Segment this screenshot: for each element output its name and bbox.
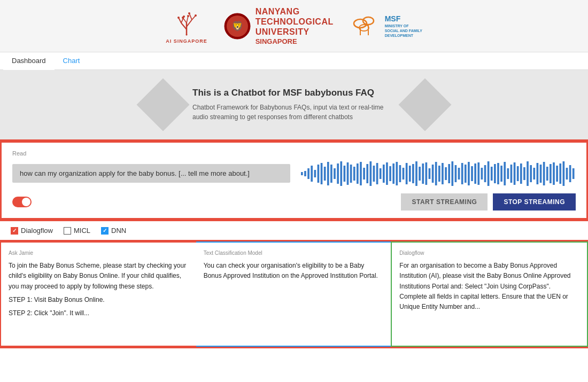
checkbox-dialogflow[interactable]: ✓ Dialogflow: [11, 227, 53, 235]
svg-rect-39: [350, 165, 352, 183]
ntu-line4: SINGAPORE: [256, 37, 334, 46]
svg-rect-84: [497, 163, 499, 184]
svg-rect-99: [546, 167, 548, 181]
logo-ntu: 🦁 NANYANG TECHNOLOGICAL UNIVERSITY SINGA…: [223, 6, 334, 45]
svg-rect-48: [380, 168, 382, 179]
svg-point-15: [187, 15, 189, 17]
svg-rect-28: [314, 170, 316, 177]
checkbox-micl[interactable]: MICL: [64, 227, 90, 235]
card-text-classification: Text Classification Model You can check …: [196, 241, 391, 347]
svg-rect-69: [448, 164, 450, 183]
svg-rect-80: [484, 165, 486, 182]
svg-rect-30: [321, 163, 323, 184]
start-streaming-button[interactable]: START STREAMING: [401, 193, 488, 211]
svg-rect-75: [468, 162, 470, 185]
svg-rect-86: [504, 162, 506, 185]
msf-icon: [350, 13, 382, 40]
svg-rect-60: [419, 167, 421, 181]
dialogflow-label: Dialogflow: [21, 227, 53, 235]
svg-rect-27: [311, 166, 313, 182]
svg-rect-92: [523, 167, 525, 180]
svg-text:🦁: 🦁: [231, 20, 244, 32]
svg-rect-67: [442, 163, 444, 184]
msf-text: MSF MINISTRY OFSOCIAL AND FAMILYDEVELOPM…: [385, 14, 422, 38]
svg-rect-105: [566, 168, 568, 180]
micl-checkbox[interactable]: [64, 227, 71, 235]
svg-rect-44: [366, 164, 368, 183]
logo-msf: MSF MINISTRY OFSOCIAL AND FAMILYDEVELOPM…: [350, 13, 422, 40]
svg-rect-58: [412, 164, 414, 183]
svg-rect-54: [399, 165, 401, 182]
checkbox-dnn[interactable]: ✓ DNN: [101, 227, 126, 235]
tabs-bar: Dashboard Chart: [0, 52, 588, 70]
svg-line-8: [187, 16, 188, 23]
svg-rect-96: [537, 163, 539, 184]
svg-rect-78: [477, 162, 479, 185]
svg-rect-37: [344, 166, 346, 182]
ai-singapore-label: AI SINGAPORE: [166, 38, 207, 44]
text-classification-content: You can check your organisation's eligib…: [204, 261, 384, 281]
svg-rect-93: [527, 161, 529, 186]
waveform-svg: [301, 160, 576, 187]
read-input[interactable]: [12, 164, 290, 183]
svg-point-12: [188, 12, 190, 14]
card-ask-jamie: Ask Jamie To join the Baby Bonus Scheme,…: [0, 241, 196, 347]
waveform-area: [301, 159, 576, 188]
svg-rect-64: [432, 165, 434, 183]
svg-point-13: [195, 14, 197, 17]
ntu-line3: UNIVERSITY: [256, 27, 334, 37]
svg-rect-76: [471, 166, 473, 181]
text-classification-label: Text Classification Model: [204, 249, 384, 258]
ntu-emblem-icon: 🦁: [223, 12, 251, 40]
svg-rect-66: [438, 166, 440, 182]
tab-dashboard[interactable]: Dashboard: [3, 52, 55, 70]
svg-rect-83: [494, 164, 496, 183]
svg-rect-106: [569, 165, 571, 182]
stop-streaming-button[interactable]: STOP STREAMING: [493, 193, 576, 211]
read-row: [12, 159, 576, 188]
toggle-row: START STREAMING STOP STREAMING: [12, 193, 576, 211]
svg-point-10: [177, 17, 180, 19]
tab-chart[interactable]: Chart: [55, 52, 89, 70]
hero-diamond-left: [137, 79, 190, 131]
svg-rect-45: [370, 161, 372, 186]
svg-rect-79: [481, 168, 483, 180]
svg-rect-34: [334, 168, 336, 179]
svg-rect-91: [520, 163, 522, 184]
svg-rect-73: [461, 163, 463, 184]
logo-ai-singapore: AI SINGAPORE: [166, 8, 207, 44]
svg-rect-53: [396, 162, 398, 185]
hero-title: This is a Chatbot for MSF babybonus FAQ: [192, 88, 396, 98]
checkbox-row: ✓ Dialogflow MICL ✓ DNN: [0, 220, 588, 241]
svg-rect-32: [327, 162, 329, 185]
svg-rect-29: [318, 165, 320, 183]
svg-rect-104: [563, 161, 565, 186]
svg-rect-77: [474, 163, 476, 184]
svg-rect-63: [429, 168, 431, 179]
svg-rect-42: [360, 162, 362, 185]
svg-rect-33: [330, 165, 332, 183]
ask-jamie-content: To join the Baby Bonus Scheme, please st…: [9, 261, 189, 318]
svg-rect-51: [389, 166, 391, 181]
svg-line-1: [181, 23, 187, 29]
dialogflow-checkbox[interactable]: ✓: [11, 227, 18, 235]
hero-diamond-right: [399, 79, 452, 131]
ntu-text: NANYANG TECHNOLOGICAL UNIVERSITY SINGAPO…: [256, 6, 334, 45]
svg-rect-101: [553, 162, 555, 185]
svg-rect-102: [556, 166, 558, 182]
svg-rect-72: [458, 168, 460, 180]
svg-rect-36: [340, 161, 342, 186]
header: AI SINGAPORE 🦁 NANYANG TECHNOLOGICAL UNI…: [0, 0, 588, 52]
hero-section: This is a Chatbot for MSF babybonus FAQ …: [0, 70, 588, 141]
svg-rect-62: [425, 162, 428, 185]
audio-toggle[interactable]: [12, 197, 32, 207]
dnn-label: DNN: [111, 227, 126, 235]
svg-rect-43: [363, 168, 365, 180]
input-section: Read: [0, 141, 588, 220]
hero-text: This is a Chatbot for MSF babybonus FAQ …: [192, 88, 396, 122]
read-label: Read: [12, 150, 576, 157]
dialogflow-card-label: Dialogflow: [399, 249, 579, 258]
dnn-checkbox[interactable]: ✓: [101, 227, 109, 235]
svg-rect-57: [409, 166, 411, 182]
svg-rect-50: [386, 162, 388, 185]
